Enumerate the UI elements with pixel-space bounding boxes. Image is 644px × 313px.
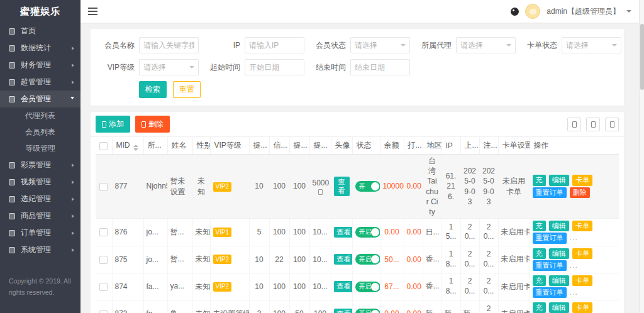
sidebar-item[interactable]: 数据统计 [0,40,80,57]
vip-level-select[interactable]: 请选择 [139,59,199,75]
edit-button[interactable]: 编辑 [549,175,569,185]
cell-agent: jo... [143,246,167,273]
cell-name: ya... [167,273,192,300]
cell-mid: 876 [112,219,143,246]
row-checkbox[interactable] [99,283,108,291]
status-toggle[interactable]: 开启 [355,227,380,238]
delete-selected-button[interactable]: 删除 [135,116,170,133]
select-all-checkbox[interactable] [99,142,108,150]
recharge-button[interactable]: 充 [533,248,546,259]
members-icon [9,96,15,102]
menu-toggle-icon[interactable] [88,6,97,17]
agent-select[interactable]: 请选择 [456,37,516,53]
cell-register-time: 20... [479,246,498,273]
sidebar-subitem[interactable]: 会员列表 [0,124,80,140]
cell-dama: 0.00 [404,246,423,273]
theme-icon[interactable] [511,8,519,16]
sidebar-item[interactable]: 视频管理 [0,173,80,190]
cell-region: 日... [423,219,441,246]
avatar-view-button[interactable]: 查看 [334,254,353,265]
cell-gender: 未知 [192,300,210,313]
cell-last-login: 2025-09-03 [460,155,479,219]
sort-icon[interactable] [133,145,138,151]
sidebar-item[interactable]: 彩票管理 [0,156,80,173]
cell-register-time: 20... [479,219,498,246]
edit-button[interactable]: 编辑 [549,248,569,259]
status-toggle[interactable]: 开启 [355,254,380,265]
cell-region: 香... [423,246,441,273]
delete-icon [142,121,146,128]
card-order-button[interactable]: 卡单 [572,248,592,259]
edit-button[interactable]: 编辑 [549,275,569,286]
sidebar-subitem[interactable]: 代理列表 [0,107,80,124]
card-order-button[interactable]: 卡单 [572,275,592,286]
avatar[interactable] [525,4,540,19]
vertical-scrollbar[interactable] [639,0,644,313]
edit-button[interactable]: 编辑 [549,302,569,313]
table-export-icon[interactable] [586,118,600,131]
add-button[interactable]: 添加 [96,116,130,133]
chevron-icon [72,231,74,235]
ops-more-ellipsis: ... [570,261,578,270]
status-toggle[interactable]: 开 [355,181,380,192]
recharge-button[interactable]: 充 [533,175,546,185]
status-toggle[interactable]: 开启 [355,309,380,313]
table-row: 877 Njohn520 暂未设置 未知 VIP2 10 100 100 500… [96,155,619,219]
avatar-view-button[interactable]: 查看 [334,177,350,195]
sidebar-item[interactable]: 选妃管理 [0,190,80,207]
column-header[interactable]: MID [112,137,143,155]
row-checkbox[interactable] [99,183,108,191]
column-header: 提... [249,137,269,155]
card-status-select[interactable]: 请选择 [562,37,621,53]
sidebar-item[interactable]: 首页 [0,23,80,40]
status-toggle[interactable]: 开启 [355,282,380,292]
user-menu-caret-icon[interactable] [626,10,631,13]
edit-cell-icon[interactable] [318,189,323,195]
start-date-input[interactable] [245,59,304,75]
sidebar-subitem[interactable]: 等级管理 [0,140,80,156]
sidebar-item[interactable]: 系统管理 [0,241,80,258]
avatar-view-button[interactable]: 查看 [334,227,353,238]
reset-order-button[interactable]: 重置订单 [533,260,567,271]
row-checkbox[interactable] [99,256,108,264]
cell-operations: 充 编辑 卡单 重置订单 ... [530,300,619,313]
cell-operations: 充 编辑 卡单 重置订单 ... [530,246,619,273]
avatar-view-button[interactable]: 查看 [334,309,353,313]
cell-name: 暂... [167,219,192,246]
row-checkbox[interactable] [99,228,108,236]
column-header: 上... [460,137,479,155]
sidebar-item[interactable]: 超管管理 [0,74,80,91]
card-order-button[interactable]: 卡单 [572,175,592,185]
reset-button[interactable]: 重置 [173,81,201,98]
card-order-button[interactable]: 卡单 [572,221,592,231]
sidebar-item[interactable]: 订单管理 [0,224,80,241]
table-print-icon[interactable] [605,118,619,131]
delete-button[interactable]: 删除 [570,187,590,198]
member-status-select[interactable]: 请选择 [350,37,410,53]
cell-gender: 未知 [192,246,210,273]
reset-order-button[interactable]: 重置订单 [533,287,567,298]
avatar-view-button[interactable]: 查看 [334,281,353,292]
reset-order-button[interactable]: 重置订单 [533,233,567,243]
ip-input[interactable] [245,37,304,53]
cell-balance: 67... [380,273,404,300]
recharge-button[interactable]: 充 [533,275,546,286]
member-name-input[interactable] [139,37,199,53]
sidebar-item[interactable]: 财务管理 [0,57,80,74]
reset-order-button[interactable]: 重置订单 [533,187,567,198]
chevron-down-icon [506,44,511,47]
sidebar-item[interactable]: 会员管理 [0,91,80,107]
vertical-scrollbar-thumb[interactable] [640,24,644,90]
column-header: 姓名 [167,137,192,155]
table-filter-icon[interactable] [567,118,581,131]
end-date-input[interactable] [350,59,410,75]
recharge-button[interactable]: 充 [533,302,546,313]
username[interactable]: admin【超级管理员】 [547,6,620,17]
edit-button[interactable]: 编辑 [549,221,569,231]
card-order-button[interactable]: 卡单 [572,302,592,313]
search-button[interactable]: 检索 [139,81,167,98]
cell-card-setting: 未启用卡单 [498,273,530,300]
row-checkbox[interactable] [99,310,108,313]
recharge-button[interactable]: 充 [533,221,546,231]
sidebar-item[interactable]: 商品管理 [0,207,80,224]
